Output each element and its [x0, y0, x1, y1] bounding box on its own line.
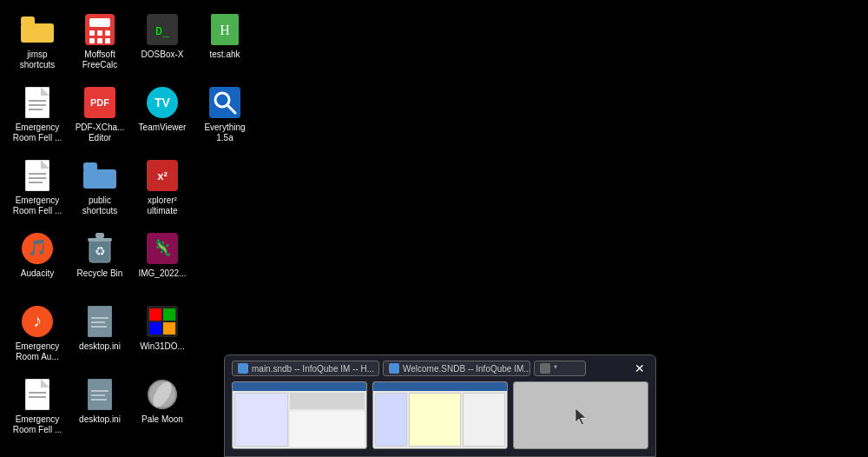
svg-rect-58 [88, 379, 112, 410]
desktop-icon-recycle[interactable]: ♻ Recycle Bin [71, 228, 128, 297]
desktop-icon-emergency2[interactable]: Emergency Room Fell ... [9, 155, 66, 224]
desktop-icon-desktopini1[interactable]: desktop.ini [71, 301, 128, 370]
doc-audio-icon: ♪ [20, 304, 55, 339]
win31-icon [145, 304, 180, 339]
preview-tab-1[interactable]: main.sndb -- InfoQube IM -- H... [232, 361, 379, 376]
thumb2-col2 [409, 393, 461, 447]
audacity-icon: 🎵 [20, 231, 55, 266]
svg-rect-53 [163, 322, 175, 334]
palemoon-icon [145, 377, 180, 412]
desktop-icon-emergency1[interactable]: Emergency Room Fell ... [9, 82, 66, 151]
everything-icon [207, 85, 242, 120]
svg-rect-52 [149, 322, 161, 334]
desktop-icon-testahk[interactable]: H test.ahk [196, 9, 253, 78]
icon-label: public shortcuts [73, 195, 127, 216]
pdf-icon: PDF [82, 85, 117, 120]
svg-rect-32 [83, 162, 97, 171]
svg-text:D_: D_ [155, 24, 169, 37]
thumb1-sub1 [290, 393, 365, 409]
desktop-icon-dosbox[interactable]: D_ DOSBox-X [134, 9, 191, 78]
taskbar-preview: main.sndb -- InfoQube IM -- H... Welcome… [224, 354, 656, 457]
preview-tab-3[interactable]: * [534, 361, 586, 376]
svg-text:🦎: 🦎 [153, 238, 173, 257]
thumb2-content [373, 382, 507, 448]
thumb1-content [233, 382, 366, 448]
svg-rect-45 [88, 306, 112, 337]
icon-label: Emergency Room Fell ... [10, 414, 64, 435]
preview-thumb-1[interactable] [232, 381, 367, 449]
tab1-icon [238, 363, 248, 374]
svg-rect-51 [163, 308, 175, 321]
svg-rect-1 [21, 17, 35, 25]
svg-rect-4 [89, 30, 95, 36]
desktop-icon-public[interactable]: public shortcuts [71, 155, 128, 224]
svg-rect-7 [89, 38, 95, 43]
svg-rect-9 [105, 38, 110, 43]
icon-label: Recycle Bin [77, 268, 123, 279]
svg-text:PDF: PDF [90, 97, 109, 108]
icon-label: Emergency Room Fell ... [10, 123, 64, 143]
thumb1-col1 [234, 393, 288, 447]
desktop-icon-audacity[interactable]: 🎵 Audacity [9, 228, 66, 297]
icon-label: Emergency Room Au... [10, 341, 64, 362]
folder-icon [20, 12, 55, 47]
desktop-icon-jimsp[interactable]: jimsp shortcuts [9, 9, 66, 78]
tab2-icon [389, 363, 399, 374]
icon-label: PDF-XCha... Editor [73, 123, 127, 143]
ini-icon [82, 304, 117, 339]
desktop-icon-win31dos[interactable]: Win31DO... [134, 301, 191, 370]
desktop-icon-img2022[interactable]: 🦎 IMG_2022... [134, 228, 191, 297]
desktop-icon-teamviewer[interactable]: TV TeamViewer [134, 82, 191, 151]
svg-text:TV: TV [155, 96, 171, 109]
desktop-icon-palemoon[interactable]: Pale Moon [134, 374, 191, 443]
thumb1-sub2 [290, 411, 365, 447]
teamviewer-icon: TV [145, 85, 180, 120]
thumb1-titlebar [233, 382, 366, 391]
thumb2-body [373, 391, 507, 448]
doc-icon [20, 158, 55, 193]
thumb3-content [514, 382, 648, 448]
tab2-label: Welcome.SNDB -- InfoQube IM... [403, 364, 530, 374]
icon-label: Pale Moon [141, 414, 183, 425]
tab3-label: * [554, 364, 557, 374]
desktop-icon-xplorer[interactable]: x² xplorer² ultimate [134, 155, 191, 224]
tab1-label: main.sndb -- InfoQube IM -- H... [252, 364, 374, 374]
preview-thumbnails [232, 381, 648, 449]
icon-label: jimsp shortcuts [10, 50, 64, 70]
dosbox-icon: D_ [145, 12, 180, 47]
doc-icon [20, 85, 55, 120]
preview-header: main.sndb -- InfoQube IM -- H... Welcome… [232, 361, 648, 376]
icon-label: IMG_2022... [138, 268, 186, 279]
preview-thumb-2[interactable] [372, 381, 508, 449]
desktop-icon-desktopini2[interactable]: desktop.ini [71, 374, 128, 443]
svg-rect-6 [105, 30, 110, 36]
thumb2-titlebar [373, 382, 507, 391]
calc-icon [82, 12, 117, 47]
svg-text:♪: ♪ [33, 311, 42, 330]
thumb2-col1 [375, 393, 407, 447]
svg-rect-54 [25, 379, 49, 410]
tab3-icon [540, 363, 550, 374]
icon-label: Emergency Room Fell ... [10, 195, 64, 216]
svg-text:♻: ♻ [95, 244, 106, 258]
desktop-icon-everything[interactable]: Everything 1.5a [196, 82, 253, 151]
svg-rect-0 [21, 23, 54, 43]
icon-label: TeamViewer [139, 123, 187, 133]
desktop-icon-emergency4[interactable]: Emergency Room Fell ... [9, 374, 66, 443]
icon-label: Win31DO... [140, 341, 185, 352]
desktop: jimsp shortcuts Moffsoft FreeCalc D_ DOS… [0, 0, 868, 457]
svg-rect-3 [89, 18, 110, 27]
desktop-icon-emergency3[interactable]: ♪ Emergency Room Au... [9, 301, 66, 370]
svg-rect-26 [25, 160, 49, 191]
thumb1-body [233, 391, 366, 448]
preview-tab-2[interactable]: Welcome.SNDB -- InfoQube IM... [383, 361, 530, 376]
recycle-icon: ♻ [82, 231, 117, 266]
svg-rect-5 [97, 30, 102, 36]
icon-label: desktop.ini [79, 414, 121, 425]
preview-close-button[interactable]: ✕ [631, 361, 648, 375]
folder-blue-icon [82, 158, 117, 193]
desktop-icon-moffsoft[interactable]: Moffsoft FreeCalc [71, 9, 128, 78]
preview-thumb-3[interactable] [513, 381, 648, 449]
xplorer-icon: x² [145, 158, 180, 193]
desktop-icon-pdfxchange[interactable]: PDF PDF-XCha... Editor [71, 82, 128, 151]
